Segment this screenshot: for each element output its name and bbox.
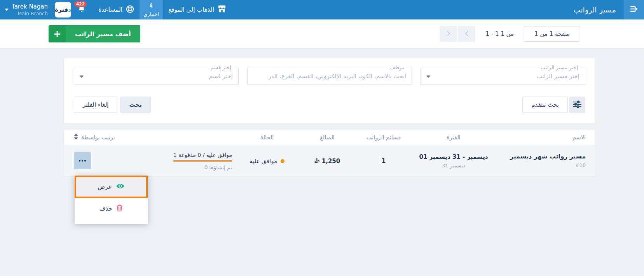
sort-arrows-icon: [74, 134, 78, 141]
rocket-icon: [148, 2, 154, 10]
sar-currency-icon: [314, 158, 320, 165]
menu-item-delete[interactable]: حذف: [75, 198, 148, 219]
payrolls-table: الاسم الفترة قسائم الرواتب المبالغ الحال…: [64, 130, 595, 176]
user-branch: Main Branch: [17, 11, 48, 17]
user-menu[interactable]: Tarek Nagah Main Branch: [0, 0, 52, 19]
row-actions-anchor: عرض حذف: [74, 152, 91, 169]
payments-summary-cell: 1 موافق عليه / 0 مدفوعة 0 تم إنشاؤها: [143, 151, 232, 171]
menu-view-label: عرض: [98, 183, 112, 190]
chevron-right-icon: [446, 30, 451, 38]
sidebar-toggle-button[interactable]: [624, 0, 644, 19]
row-actions-button[interactable]: [74, 152, 91, 169]
add-payroll-button[interactable]: أضف مسير الراتب +: [49, 25, 140, 42]
filter-actions-row: بحث متقدم بحث إلغاء الفلتر: [74, 97, 585, 113]
header-name: الاسم: [492, 134, 586, 141]
user-info: Tarek Nagah Main Branch: [12, 3, 48, 16]
add-payroll-label: أضف مسير الراتب: [66, 25, 140, 42]
range-info: 1 - 1 من 1: [485, 30, 514, 37]
department-select[interactable]: إختر قسم إختر قسم: [74, 68, 239, 85]
top-navbar: مسير الرواتب الذهاب إلى الموقع اختبارى: [0, 0, 644, 19]
period-sub: 31 ديسمبر: [442, 163, 465, 169]
header-sort: ترتيب بواسطة: [74, 134, 143, 141]
table-row[interactable]: مسير رواتب شهر ديسمبر #10 01 ديسمبر - 31…: [64, 145, 595, 176]
logo-text: فترة: [55, 6, 68, 13]
trial-label: اختبارى: [143, 11, 159, 17]
status-dot-icon: [281, 159, 284, 163]
sort-by-label: ترتيب بواسطة: [81, 134, 115, 141]
header-amounts: المبالغ: [302, 134, 353, 141]
toolbar: صفحة 1 من 1 1 - 1 من 1 أضف مسير الراتب +: [0, 19, 644, 49]
chevron-down-icon: [5, 9, 9, 11]
pagination-prev-button[interactable]: [458, 26, 475, 42]
user-name: Tarek Nagah: [12, 3, 48, 11]
amount-cell: 1,250: [302, 157, 353, 165]
status-label: موافق عليه: [250, 158, 277, 165]
employee-field-label: موظف: [388, 65, 407, 71]
navbar-spacer: [232, 0, 570, 19]
notifications-badge: 422: [74, 1, 87, 7]
row-actions-menu: عرض حذف: [75, 176, 148, 224]
storefront-icon: [218, 5, 226, 14]
pagination-controls: [440, 26, 475, 42]
advanced-search-group: بحث متقدم: [522, 97, 585, 113]
period-range: 01 ديسمبر - 31 ديسمبر: [419, 153, 488, 160]
sliders-icon: [572, 100, 582, 110]
eye-icon: [116, 183, 125, 191]
trial-tab[interactable]: اختبارى: [140, 0, 163, 19]
page-info-box: صفحة 1 من 1: [524, 26, 580, 42]
period-cell: 01 ديسمبر - 31 ديسمبر 31 ديسمبر: [415, 153, 492, 169]
employee-search-field: موظف: [247, 68, 412, 85]
ellipsis-icon: [79, 160, 86, 162]
clear-filter-button[interactable]: إلغاء الفلتر: [74, 97, 117, 113]
notifications-button[interactable]: 422: [73, 0, 93, 19]
pagination-next-button[interactable]: [440, 26, 457, 42]
department-select-label: إختر قسم: [208, 65, 234, 71]
help-link[interactable]: المساعدة: [93, 0, 140, 19]
table-header-row: الاسم الفترة قسائم الرواتب المبالغ الحال…: [64, 130, 595, 145]
menu-item-view[interactable]: عرض: [75, 176, 148, 198]
menu-delete-label: حذف: [99, 205, 113, 212]
summary-created: 0 تم إنشاؤها: [204, 164, 232, 171]
amount-value-group: 1,250: [314, 158, 340, 165]
advanced-filters-icon-button[interactable]: [569, 97, 585, 113]
search-button[interactable]: بحث: [120, 97, 150, 113]
sort-by-control[interactable]: ترتيب بواسطة: [74, 134, 115, 141]
trash-icon: [116, 204, 123, 213]
payroll-name: مسير رواتب شهر ديسمبر: [492, 153, 586, 160]
chevron-down-icon: [426, 76, 430, 78]
go-to-site-link[interactable]: الذهاب إلى الموقع: [163, 0, 232, 19]
menu-arrow-icon: [629, 5, 639, 15]
header-payslips: قسائم الرواتب: [353, 134, 415, 141]
daftra-logo[interactable]: دفترة: [55, 2, 71, 18]
go-to-site-label: الذهاب إلى الموقع: [168, 6, 214, 13]
chevron-down-icon: [80, 76, 84, 78]
header-period: الفترة: [415, 134, 492, 141]
payroll-select-label: إختر مسير الراتب: [539, 65, 580, 71]
payslips-count: 1: [353, 157, 415, 164]
payroll-select[interactable]: إختر مسير الراتب إختر مسير الراتب: [421, 68, 585, 85]
employee-search-input[interactable]: [248, 68, 412, 84]
help-label: المساعدة: [98, 6, 122, 13]
filters-panel: إختر مسير الراتب إختر مسير الراتب موظف إ…: [64, 58, 595, 123]
plus-icon: +: [49, 25, 66, 42]
payroll-id: #10: [575, 162, 586, 168]
payroll-name-cell: مسير رواتب شهر ديسمبر #10: [492, 153, 586, 169]
life-ring-icon: [126, 5, 134, 15]
advanced-search-button[interactable]: بحث متقدم: [522, 97, 568, 113]
row-actions-cell: عرض حذف: [74, 152, 143, 169]
amount-value: 1,250: [322, 158, 340, 165]
filter-fields: إختر مسير الراتب إختر مسير الراتب موظف إ…: [74, 68, 585, 85]
summary-approved-paid: 1 موافق عليه / 0 مدفوعة: [173, 152, 232, 162]
header-status: الحالة: [232, 134, 302, 141]
chevron-left-icon: [464, 30, 469, 38]
status-cell: موافق عليه: [232, 157, 302, 165]
logo-text-accent: د: [68, 6, 71, 13]
page-title: مسير الرواتب: [570, 0, 624, 19]
